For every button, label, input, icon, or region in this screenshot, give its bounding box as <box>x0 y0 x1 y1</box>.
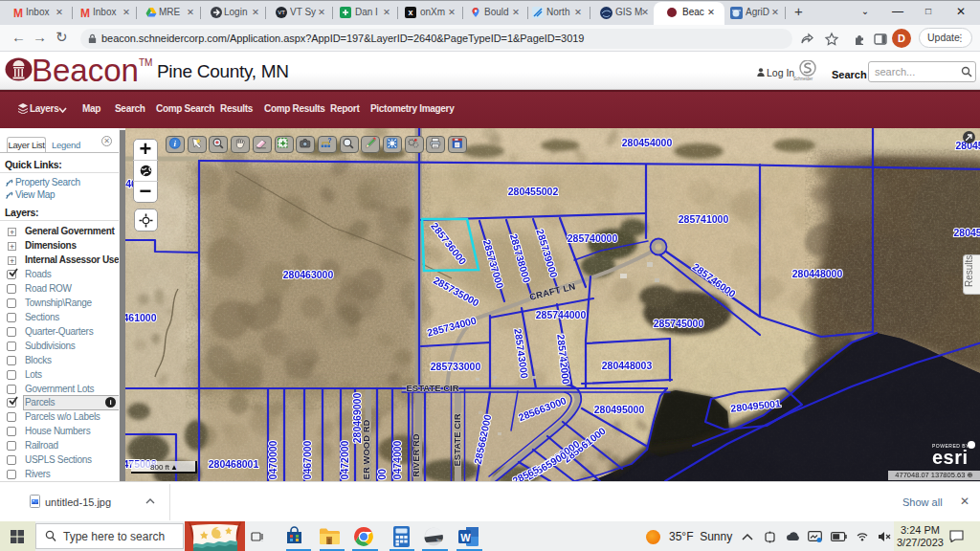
svg-text:280454000: 280454000 <box>622 137 673 148</box>
svg-text:285745000: 285745000 <box>654 318 704 329</box>
svg-text:RIVER RD: RIVER RD <box>411 433 421 477</box>
svg-text:280448003: 280448003 <box>602 360 653 371</box>
svg-text:280468001: 280468001 <box>209 458 259 470</box>
svg-text:W: W <box>460 532 471 543</box>
svg-text:285741000: 285741000 <box>679 213 729 225</box>
svg-text:0470000: 0470000 <box>267 440 278 479</box>
svg-text:0472000: 0472000 <box>339 440 350 479</box>
svg-text:280448000: 280448000 <box>792 268 843 279</box>
svg-text:ER WOOD RD: ER WOOD RD <box>361 419 371 479</box>
svg-text:280453: 280453 <box>953 227 980 238</box>
svg-text:i: i <box>173 139 176 148</box>
svg-text:ESTATE CIR: ESTATE CIR <box>452 413 462 466</box>
svg-text:461000: 461000 <box>125 312 157 323</box>
svg-text:0467000: 0467000 <box>301 440 313 479</box>
svg-text:0474000: 0474000 <box>391 440 403 479</box>
svg-text:280455002: 280455002 <box>508 186 559 197</box>
svg-text:280495000: 280495000 <box>594 404 645 415</box>
svg-text:285740000: 285740000 <box>568 232 618 244</box>
svg-text:285733000: 285733000 <box>431 361 481 372</box>
svg-text:?: ? <box>328 137 332 143</box>
svg-text:ESTATE CIR: ESTATE CIR <box>406 383 458 393</box>
svg-text:285744000: 285744000 <box>536 309 587 320</box>
svg-text:Yes: Yes <box>436 539 442 542</box>
svg-text:280463000: 280463000 <box>283 269 334 280</box>
svg-text:00: 00 <box>376 469 388 480</box>
